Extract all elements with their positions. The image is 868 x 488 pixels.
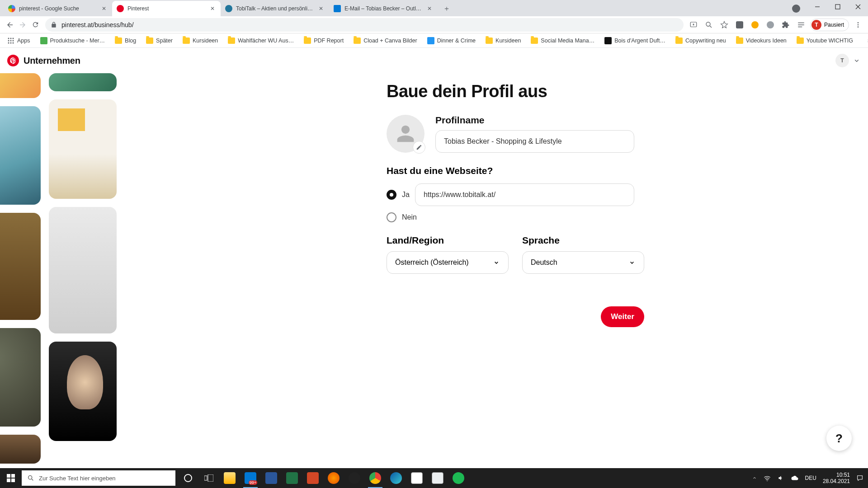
extension-icon-2[interactable] — [749, 19, 761, 31]
bookmark-bois-argent[interactable]: Bois d'Argent Duft… — [602, 35, 668, 46]
folder-icon — [146, 38, 153, 44]
bookmark-copywriting[interactable]: Copywriting neu — [673, 36, 729, 46]
extension-icon-1[interactable] — [733, 19, 746, 31]
site-icon — [40, 37, 47, 44]
taskbar-explorer[interactable] — [220, 468, 240, 488]
window-minimize-button[interactable] — [807, 0, 827, 14]
tray-overflow-icon[interactable] — [752, 475, 757, 481]
close-icon[interactable]: ✕ — [317, 5, 325, 12]
taskbar-powerpoint[interactable] — [303, 468, 323, 488]
chrome-menu-icon[interactable] — [852, 19, 864, 31]
chrome-profile-chip[interactable]: T Pausiert — [810, 19, 849, 31]
extensions-puzzle-icon[interactable] — [779, 19, 792, 31]
forward-button[interactable] — [16, 19, 29, 31]
taskbar-chrome[interactable] — [365, 468, 385, 488]
svg-point-9 — [858, 26, 859, 28]
taskbar-mail[interactable]: 99+ — [241, 468, 260, 488]
browser-toolbar: pinterest.at/business/hub/ T Pausiert — [0, 16, 868, 33]
window-maximize-button[interactable] — [827, 0, 848, 14]
window-close-button[interactable] — [848, 0, 868, 14]
tab-pinterest[interactable]: Pinterest ✕ — [112, 1, 221, 16]
bookmark-videokurs[interactable]: Videokurs Ideen — [733, 36, 789, 46]
folder-icon — [115, 38, 122, 44]
start-button[interactable] — [0, 468, 22, 488]
tab-outlook[interactable]: E-Mail – Tobias Becker – Outlook ✕ — [329, 1, 438, 16]
taskbar-taskview[interactable] — [199, 468, 219, 488]
pinterest-logo-icon[interactable] — [7, 55, 19, 66]
bookmarks-overflow[interactable]: » — [865, 36, 868, 46]
country-value: Österreich (Österreich) — [395, 258, 469, 267]
outlook-icon — [334, 5, 341, 12]
bookmark-star-icon[interactable] — [718, 19, 731, 31]
bookmark-cload-canva[interactable]: Cload + Canva Bilder — [351, 36, 420, 46]
bookmark-label: Kursideen — [495, 38, 521, 44]
profilname-input[interactable] — [435, 130, 634, 153]
new-tab-button[interactable]: ＋ — [440, 2, 453, 15]
taskbar-edge[interactable] — [386, 468, 406, 488]
bookmark-youtube[interactable]: Youtube WICHTIG — [794, 36, 856, 46]
country-label: Land/Region — [387, 235, 509, 246]
svg-point-16 — [8, 42, 9, 43]
taskbar-excel[interactable] — [282, 468, 302, 488]
bookmark-produktsuche[interactable]: Produktsuche - Mer… — [38, 35, 108, 46]
site-icon — [427, 37, 434, 44]
edit-avatar-button[interactable] — [413, 141, 425, 154]
folder-icon — [675, 38, 683, 44]
bookmark-dinner-crime[interactable]: Dinner & Crime — [425, 35, 478, 46]
bookmark-blog[interactable]: Blog — [112, 36, 139, 46]
website-yes-radio[interactable] — [387, 190, 396, 200]
zoom-icon[interactable] — [703, 19, 715, 31]
taskbar-obs[interactable] — [344, 468, 364, 488]
language-select[interactable]: Deutsch — [522, 251, 644, 274]
account-menu-button[interactable] — [853, 56, 861, 65]
taskbar-cortana[interactable] — [178, 468, 198, 488]
svg-point-14 — [10, 40, 12, 41]
extension-icon-3[interactable] — [764, 19, 777, 31]
folder-icon — [228, 38, 235, 44]
apps-shortcut[interactable]: Apps — [5, 35, 33, 46]
profile-setup-form: Baue dein Profil aus Profilname Hast du … — [387, 82, 644, 327]
bookmark-social-media[interactable]: Social Media Mana… — [528, 36, 597, 46]
bookmark-kursideen-2[interactable]: Kursideen — [483, 36, 524, 46]
bookmark-pdf-report[interactable]: PDF Report — [301, 36, 346, 46]
website-no-radio[interactable] — [387, 212, 396, 222]
bookmark-kursideen[interactable]: Kursideen — [180, 36, 221, 46]
close-icon[interactable]: ✕ — [209, 5, 216, 12]
back-button[interactable] — [4, 19, 16, 31]
continue-button[interactable]: Weiter — [601, 306, 644, 327]
tray-volume-icon[interactable] — [777, 475, 784, 481]
pinterest-icon — [117, 5, 124, 12]
taskbar-spotify[interactable] — [448, 468, 468, 488]
tray-onedrive-icon[interactable] — [791, 475, 799, 481]
bookmark-spaeter[interactable]: Später — [143, 36, 175, 46]
bookmark-label: Bois d'Argent Duft… — [614, 38, 665, 44]
website-url-input[interactable] — [415, 183, 634, 206]
close-icon[interactable]: ✕ — [426, 5, 433, 12]
tray-network-icon[interactable] — [764, 475, 771, 481]
country-select[interactable]: Österreich (Österreich) — [387, 251, 509, 274]
chrome-account-indicator[interactable] — [792, 5, 800, 13]
taskbar-word[interactable] — [261, 468, 281, 488]
taskbar-app[interactable] — [428, 468, 448, 488]
taskbar-notepad[interactable] — [407, 468, 427, 488]
bookmark-wahlfaecher[interactable]: Wahlfächer WU Aus… — [225, 36, 297, 46]
site-icon — [604, 37, 612, 44]
user-avatar[interactable]: T — [835, 54, 849, 67]
profile-status: Pausiert — [824, 22, 844, 28]
tab-tobitalk[interactable]: TobiTalk – Aktien und persönlich… ✕ — [221, 1, 329, 16]
help-button[interactable]: ? — [826, 426, 852, 451]
tray-notifications-icon[interactable] — [856, 474, 863, 482]
reading-list-icon[interactable] — [795, 19, 807, 31]
taskbar-firefox[interactable] — [324, 468, 344, 488]
close-icon[interactable]: ✕ — [100, 5, 108, 12]
folder-icon — [183, 38, 190, 44]
tray-language[interactable]: DEU — [805, 475, 816, 481]
tab-google-search[interactable]: pinterest - Google Suche ✕ — [4, 1, 112, 16]
reload-button[interactable] — [29, 19, 42, 31]
taskbar-search[interactable]: Zur Suche Text hier eingeben — [22, 470, 175, 486]
install-app-icon[interactable] — [687, 19, 700, 31]
address-bar[interactable]: pinterest.at/business/hub/ — [45, 18, 684, 32]
tray-clock[interactable]: 10:51 28.04.2021 — [823, 472, 850, 485]
profile-picture-picker[interactable] — [387, 115, 425, 153]
bookmark-label: Youtube WICHTIG — [807, 38, 853, 44]
